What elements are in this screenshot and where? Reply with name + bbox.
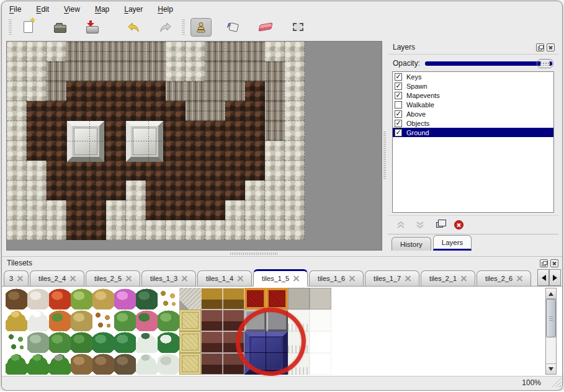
- tab-layers[interactable]: Layers: [433, 235, 472, 251]
- map-tile[interactable]: [7, 180, 27, 200]
- map-tile[interactable]: [166, 220, 186, 240]
- tileset-tile[interactable]: [288, 288, 310, 310]
- close-tab-icon[interactable]: [405, 276, 411, 282]
- tileset-tab-tiles_2_5[interactable]: tiles_2_5: [86, 270, 140, 286]
- layer-item-spawn[interactable]: ✓Spawn: [393, 81, 553, 91]
- map-tile[interactable]: [106, 161, 126, 180]
- layer-item-walkable[interactable]: Walkable: [393, 100, 553, 109]
- map-tile[interactable]: [186, 81, 205, 101]
- stamp-tool-button[interactable]: [190, 18, 212, 37]
- map-tile[interactable]: [205, 61, 225, 81]
- tileset-tile[interactable]: [310, 353, 331, 375]
- tileset-tab-tiles_2_6[interactable]: tiles_2_6: [477, 270, 531, 286]
- tileset-tile[interactable]: [158, 353, 179, 375]
- map-tile[interactable]: [66, 101, 86, 121]
- save-button[interactable]: [82, 18, 103, 37]
- tileset-tile[interactable]: [310, 288, 331, 310]
- tileset-tile[interactable]: [136, 288, 158, 310]
- toolbar-grip[interactable]: [182, 19, 185, 35]
- map-tile[interactable]: [106, 220, 126, 240]
- tileset-tile[interactable]: [158, 331, 179, 353]
- map-tile[interactable]: [47, 121, 66, 141]
- map-tile[interactable]: [126, 180, 146, 200]
- map-tile[interactable]: [86, 161, 106, 180]
- map-tile[interactable]: [265, 121, 285, 141]
- map-tile[interactable]: [166, 81, 186, 101]
- map-tile[interactable]: [27, 220, 47, 240]
- tileset-tile[interactable]: [92, 353, 114, 375]
- map-tile[interactable]: [47, 161, 66, 180]
- tileset-tile[interactable]: [71, 353, 92, 375]
- map-tile[interactable]: [186, 180, 205, 200]
- layer-item-mapevents[interactable]: ✓Mapevents: [393, 91, 553, 100]
- map-tile[interactable]: [66, 42, 86, 61]
- tileset-tab-3[interactable]: 3: [4, 270, 29, 286]
- tileset-tile[interactable]: [49, 353, 71, 375]
- map-tile[interactable]: [225, 220, 245, 240]
- tileset-tile[interactable]: [71, 288, 92, 310]
- tileset-tile[interactable]: [179, 331, 201, 353]
- map-tile[interactable]: [146, 101, 166, 121]
- map-tile[interactable]: [225, 200, 245, 220]
- map-tile[interactable]: [285, 220, 305, 240]
- map-tile[interactable]: [166, 101, 186, 121]
- tileset-tile[interactable]: [201, 288, 223, 310]
- map-tile[interactable]: [86, 81, 106, 101]
- map-tile[interactable]: [245, 61, 265, 81]
- delete-layer-button[interactable]: [453, 220, 464, 231]
- map-tile[interactable]: [106, 81, 126, 101]
- layer-item-above[interactable]: ✓Above: [393, 109, 553, 118]
- map-tile[interactable]: [66, 161, 86, 180]
- tileset-tile[interactable]: [92, 331, 114, 353]
- map-tile[interactable]: [205, 121, 225, 141]
- scroll-down-button[interactable]: [546, 363, 556, 374]
- tileset-tile[interactable]: [201, 353, 223, 375]
- layer-visibility-checkbox[interactable]: [395, 101, 402, 109]
- close-tab-icon[interactable]: [517, 276, 522, 282]
- map-tile[interactable]: [7, 220, 27, 240]
- map-tile[interactable]: [225, 42, 245, 61]
- map-tile[interactable]: [126, 42, 146, 61]
- map-tile[interactable]: [166, 161, 186, 180]
- map-tile[interactable]: [7, 61, 27, 81]
- map-tile[interactable]: [205, 180, 225, 200]
- menu-help[interactable]: Help: [158, 5, 173, 14]
- map-tile[interactable]: [126, 61, 146, 81]
- map-tile[interactable]: [146, 200, 166, 220]
- map-tile[interactable]: [146, 161, 166, 180]
- tab-history[interactable]: History: [392, 237, 431, 251]
- map-tile[interactable]: [146, 220, 166, 240]
- map-tile[interactable]: [186, 161, 205, 180]
- map-tile[interactable]: [27, 180, 47, 200]
- close-tab-icon[interactable]: [182, 276, 187, 282]
- stone-pillar-tile[interactable]: [67, 121, 104, 162]
- tileset-tab-tiles_2_1[interactable]: tiles_2_1: [421, 270, 475, 286]
- map-tile[interactable]: [265, 161, 285, 180]
- tileset-tile[interactable]: [49, 310, 71, 331]
- tileset-tab-tiles_1_3[interactable]: tiles_1_3: [141, 270, 196, 286]
- close-panel-icon[interactable]: [550, 259, 558, 267]
- map-tile[interactable]: [265, 180, 285, 200]
- tileset-tile[interactable]: [223, 288, 244, 310]
- map-tile[interactable]: [66, 81, 86, 101]
- map-tile[interactable]: [265, 42, 285, 61]
- map-tile[interactable]: [27, 81, 47, 101]
- map-tile[interactable]: [186, 220, 205, 240]
- map-tile[interactable]: [146, 61, 166, 81]
- scroll-tabs-left-button[interactable]: [537, 269, 549, 286]
- map-tile[interactable]: [27, 121, 47, 141]
- map-tile[interactable]: [106, 200, 126, 220]
- tileset-tile[interactable]: [6, 331, 27, 353]
- map-tile[interactable]: [27, 61, 47, 81]
- layer-visibility-checkbox[interactable]: ✓: [395, 92, 402, 99]
- stone-pillar-tile[interactable]: [126, 121, 163, 162]
- tileset-tile[interactable]: [92, 288, 114, 310]
- map-tile[interactable]: [66, 220, 86, 240]
- splitter-grip[interactable]: [230, 252, 277, 255]
- resize-grip-icon[interactable]: [552, 378, 561, 387]
- tileset-tile[interactable]: [27, 288, 49, 310]
- layer-visibility-checkbox[interactable]: ✓: [395, 120, 402, 127]
- tileset-tile[interactable]: [49, 288, 71, 310]
- map-tile[interactable]: [86, 220, 106, 240]
- map-tile[interactable]: [47, 180, 66, 200]
